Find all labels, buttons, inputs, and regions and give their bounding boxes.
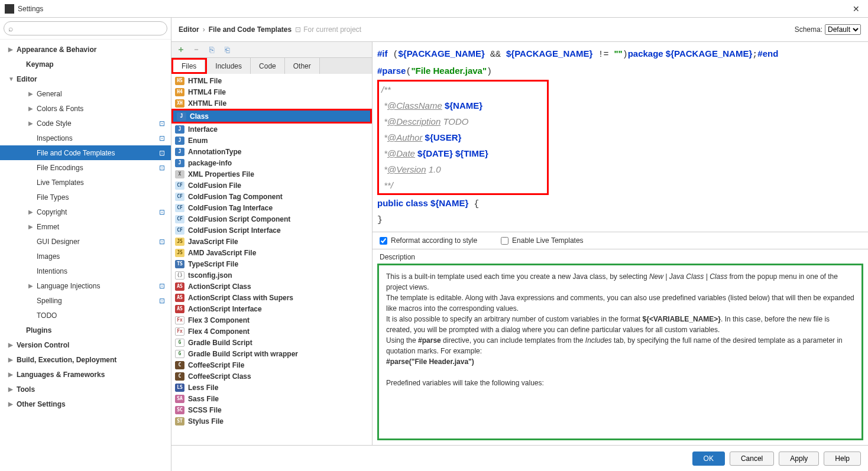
template-item[interactable]: GGradle Build Script with wrapper	[171, 348, 372, 359]
tab-other[interactable]: Other	[285, 58, 320, 74]
template-item[interactable]: H4HTML4 File	[171, 86, 372, 98]
template-item[interactable]: ASActionScript Interface	[171, 303, 372, 314]
close-icon[interactable]: ✕	[849, 3, 863, 15]
apply-button[interactable]: Apply	[779, 451, 819, 466]
tree-item[interactable]: File Encodings⊡	[0, 160, 171, 175]
template-item[interactable]: FxFlex 3 Component	[171, 314, 372, 326]
tree-item[interactable]: ▶Languages & Frameworks	[0, 367, 171, 382]
cancel-button[interactable]: Cancel	[730, 451, 774, 466]
tree-item-label: Spelling	[37, 297, 62, 305]
live-templates-checkbox[interactable]: Enable Live Templates	[501, 236, 584, 245]
schema-label: Schema:	[795, 25, 822, 34]
tree-item[interactable]: Live Templates	[0, 175, 171, 190]
add-icon[interactable]: ＋	[176, 45, 186, 54]
tree-item[interactable]: ▶General	[0, 86, 171, 101]
tree-item-label: File Types	[37, 193, 69, 202]
ok-button[interactable]: OK	[692, 451, 725, 466]
template-item[interactable]: CFColdFusion File	[171, 180, 372, 191]
template-item[interactable]: XXML Properties File	[171, 168, 372, 180]
tree-item[interactable]: File and Code Templates⊡	[0, 145, 171, 160]
template-item[interactable]: SCSCSS File	[171, 404, 372, 415]
tree-arrow-icon: ▶	[28, 120, 34, 126]
tree-arrow-icon: ▶	[8, 46, 14, 53]
template-item-label: AnnotationType	[188, 148, 241, 156]
template-item-label: ColdFusion File	[188, 181, 241, 190]
reformat-checkbox[interactable]: Reformat according to style	[380, 236, 477, 245]
tree-item[interactable]: Images	[0, 249, 171, 264]
file-type-icon: AS	[175, 282, 184, 291]
file-type-icon: XH	[175, 99, 184, 108]
template-item[interactable]: JSJavaScript File	[171, 236, 372, 247]
template-item[interactable]: CCoffeeScript Class	[171, 371, 372, 382]
tab-files[interactable]: Files	[173, 60, 205, 72]
file-type-icon: AS	[175, 305, 184, 313]
template-item-label: package-info	[188, 159, 232, 167]
template-item[interactable]: JEnum	[171, 135, 372, 146]
template-item[interactable]: ASActionScript Class	[171, 281, 372, 292]
template-item[interactable]: CFColdFusion Tag Component	[171, 191, 372, 202]
tree-arrow-icon: ▶	[8, 401, 14, 407]
template-item[interactable]: CFColdFusion Script Interface	[171, 225, 372, 236]
tab-includes[interactable]: Includes	[207, 58, 251, 74]
template-item[interactable]: CFColdFusion Script Component	[171, 213, 372, 225]
template-item[interactable]: JClass	[173, 111, 370, 122]
copy-icon[interactable]: ⎘	[207, 45, 216, 54]
template-item-label: ColdFusion Tag Component	[188, 193, 283, 201]
tree-item[interactable]: Keymap	[0, 57, 171, 72]
template-item[interactable]: SASass File	[171, 393, 372, 404]
template-code[interactable]: #if (${PACKAGE_NAME} && ${PACKAGE_NAME} …	[373, 42, 868, 232]
template-item[interactable]: JSAMD JavaScript File	[171, 247, 372, 258]
tree-item[interactable]: ▶Copyright⊡	[0, 204, 171, 219]
template-item-label: ColdFusion Tag Interface	[188, 204, 273, 212]
project-badge-icon: ⊡	[159, 119, 165, 128]
tree-item[interactable]: File Types	[0, 190, 171, 204]
remove-icon[interactable]: －	[192, 45, 201, 54]
file-type-icon: ST	[175, 417, 184, 425]
file-type-icon: G	[175, 339, 184, 347]
file-type-icon: Fx	[175, 327, 184, 336]
template-item[interactable]: FxFlex 4 Component	[171, 326, 372, 337]
tab-code[interactable]: Code	[251, 58, 285, 74]
tree-item[interactable]: Plugins	[0, 323, 171, 337]
tree-item[interactable]: ▶Build, Execution, Deployment	[0, 352, 171, 367]
settings-tree[interactable]: ▶Appearance & BehaviorKeymap▼Editor▶Gene…	[0, 40, 171, 471]
tree-item[interactable]: Inspections⊡	[0, 131, 171, 145]
template-item[interactable]: GGradle Build Script	[171, 337, 372, 348]
tree-item[interactable]: ▶Code Style⊡	[0, 116, 171, 131]
template-item[interactable]: JAnnotationType	[171, 146, 372, 157]
template-item[interactable]: TSTypeScript File	[171, 258, 372, 269]
paste-icon[interactable]: ⎗	[222, 45, 232, 54]
template-item[interactable]: {}tsconfig.json	[171, 269, 372, 281]
description-panel: This is a built-in template used each ti…	[377, 264, 863, 440]
template-item-label: ActionScript Class with Supers	[188, 294, 293, 302]
template-item[interactable]: CCoffeeScript File	[171, 359, 372, 371]
template-item[interactable]: XHXHTML File	[171, 98, 372, 109]
tree-item[interactable]: ▶Version Control	[0, 337, 171, 352]
file-type-icon: C	[175, 372, 184, 381]
tree-item[interactable]: ▶Other Settings	[0, 397, 171, 411]
tree-item[interactable]: GUI Designer⊡	[0, 234, 171, 249]
template-item[interactable]: Jpackage-info	[171, 157, 372, 168]
schema-select[interactable]: Default	[825, 24, 861, 35]
tree-item[interactable]: Intentions	[0, 264, 171, 278]
tree-item[interactable]: Spelling⊡	[0, 293, 171, 308]
template-item[interactable]: CFColdFusion Tag Interface	[171, 202, 372, 213]
tree-item-label: Languages & Frameworks	[17, 371, 105, 379]
template-item[interactable]: JInterface	[171, 124, 372, 135]
tree-item-label: Version Control	[17, 341, 69, 349]
tree-item[interactable]: ▶Tools	[0, 382, 171, 397]
tree-item[interactable]: ▶Colors & Fonts	[0, 101, 171, 116]
project-badge-icon: ⊡	[159, 164, 165, 172]
tree-item[interactable]: TODO	[0, 308, 171, 323]
template-item[interactable]: H5HTML File	[171, 75, 372, 86]
tree-item[interactable]: ▼Editor	[0, 72, 171, 86]
template-item[interactable]: STStylus File	[171, 415, 372, 427]
search-input[interactable]	[4, 21, 167, 35]
template-item[interactable]: LSLess File	[171, 382, 372, 393]
template-list[interactable]: H5HTML FileH4HTML4 FileXHXHTML FileJClas…	[171, 74, 372, 445]
template-item[interactable]: ASActionScript Class with Supers	[171, 292, 372, 303]
tree-item[interactable]: ▶Emmet	[0, 219, 171, 234]
help-button[interactable]: Help	[824, 451, 861, 466]
tree-item[interactable]: ▶Appearance & Behavior	[0, 42, 171, 57]
tree-item[interactable]: ▶Language Injections⊡	[0, 278, 171, 293]
